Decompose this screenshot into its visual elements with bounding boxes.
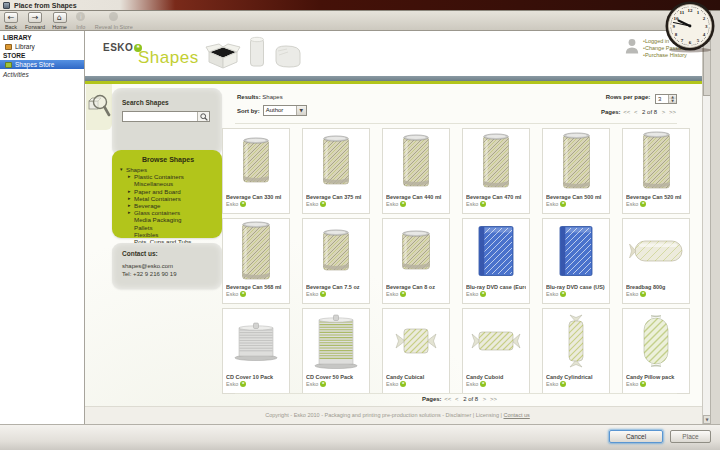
toolbar-button-home[interactable]: ⌂Home: [52, 12, 67, 30]
chevron-down-icon[interactable]: ▼: [296, 106, 306, 115]
product-card-beverage-can-7-5-oz[interactable]: Beverage Can 7.5 ozEsko*: [302, 218, 370, 304]
place-from-shapes-window: Place from Shapes ←Back→Forward⌂HomeiInf…: [0, 0, 720, 450]
place-button[interactable]: Place: [670, 430, 711, 443]
page-first-link[interactable]: <<: [444, 396, 451, 402]
product-author: Esko*: [226, 201, 286, 207]
product-card-blu-ray-dvd-case-european[interactable]: Blu-ray DVD case (EuropeanEsko*: [462, 218, 530, 304]
product-card-beverage-can-500-ml[interactable]: Beverage Can 500 mlEsko*: [542, 128, 610, 214]
product-card-candy-cubical[interactable]: Candy CubicalEsko*: [382, 308, 450, 394]
scrollbar[interactable]: ▲ ▼: [702, 31, 710, 424]
toolbar-button-reveal-in-store[interactable]: Reveal In Store: [95, 12, 133, 30]
rows-per-page-value: 3: [656, 95, 668, 103]
back-icon: ←: [4, 12, 18, 23]
browse-item-beverage[interactable]: ▸Beverage: [120, 202, 216, 209]
page-prev-link[interactable]: <: [455, 396, 459, 402]
page-last-link[interactable]: >>: [669, 109, 676, 115]
results-controls: Rows per page: 3 ▲ ▼ Pages: << < 2 of 8 …: [515, 94, 677, 115]
account-link-change-password[interactable]: Change Password: [643, 45, 690, 52]
search-input[interactable]: [123, 112, 197, 121]
esko-star-icon: *: [320, 201, 326, 207]
product-card-beverage-can-8-oz[interactable]: Beverage Can 8 ozEsko*: [382, 218, 450, 304]
rows-per-page-spinner[interactable]: 3 ▲ ▼: [655, 94, 677, 104]
product-card-beverage-can-520-ml[interactable]: Beverage Can 520 mlEsko*: [622, 128, 690, 214]
window-titlebar[interactable]: Place from Shapes: [0, 0, 720, 11]
browse-item-label: Miscellaneous: [134, 180, 173, 187]
product-author-name: Esko: [626, 201, 638, 207]
product-card-beverage-can-440-ml[interactable]: Beverage Can 440 mlEsko*: [382, 128, 450, 214]
esko-logo-text: ESKO: [103, 42, 133, 53]
browse-item-label: Metal Containers: [134, 195, 181, 202]
product-author-name: Esko: [546, 201, 558, 207]
reveal-in-store-icon: [107, 12, 121, 23]
esko-logo[interactable]: ESKO*: [103, 42, 142, 53]
toolbar-button-back[interactable]: ←Back: [4, 12, 18, 30]
account-link-purchase-history[interactable]: Purchase History: [643, 52, 690, 59]
product-card-beverage-can-330-ml[interactable]: Beverage Can 330 mlEsko*: [222, 128, 290, 214]
account-link-logged-in[interactable]: Logged in: [643, 38, 690, 45]
product-author: Esko*: [386, 291, 446, 297]
browse-item-media-packaging[interactable]: Media Packaging: [120, 216, 216, 223]
cancel-button[interactable]: Cancel: [609, 430, 663, 443]
toolbar-button-label: Reveal In Store: [95, 24, 133, 30]
product-image-can: [306, 129, 366, 193]
browse-item-label: Pallets: [134, 224, 153, 231]
page-last-link[interactable]: >>: [490, 396, 497, 402]
sort-dropdown[interactable]: Author ▼: [263, 105, 307, 116]
spinner-down-icon[interactable]: ▼: [669, 99, 676, 103]
product-author-name: Esko: [386, 201, 398, 207]
bag-icon: [273, 43, 303, 69]
browse-item-plastic-containers[interactable]: ▸Plastic Containers: [120, 173, 216, 180]
browse-item-flexibles[interactable]: Flexibles: [120, 231, 216, 238]
product-image-can: [546, 129, 606, 193]
toolbar-button-info[interactable]: iInfo: [74, 12, 88, 30]
esko-star-icon: *: [640, 291, 646, 297]
browse-item-miscellaneous[interactable]: Miscellaneous: [120, 180, 216, 187]
product-card-beverage-can-375-ml[interactable]: Beverage Can 375 mlEsko*: [302, 128, 370, 214]
esko-star-icon: *: [400, 381, 406, 387]
product-card-cd-cover-10-pack[interactable]: CD Cover 10 PackEsko*: [222, 308, 290, 394]
page-next-link[interactable]: >: [662, 109, 666, 115]
product-author-name: Esko: [466, 201, 478, 207]
browse-item-glass-containers[interactable]: ▸Glass containers: [120, 209, 216, 216]
product-author: Esko*: [226, 291, 286, 297]
product-card-candy-cylindrical[interactable]: Candy CylindricalEsko*: [542, 308, 610, 394]
product-card-beverage-can-568-ml[interactable]: Beverage Can 568 mlEsko*: [222, 218, 290, 304]
esko-star-icon: *: [640, 381, 646, 387]
footer-contact-link[interactable]: Contact us: [503, 412, 529, 418]
product-image-can: [386, 219, 446, 283]
product-image-candy-cubical: [386, 309, 446, 373]
product-author: Esko*: [466, 291, 526, 297]
browse-item-metal-containers[interactable]: ▸Metal Containers: [120, 195, 216, 202]
page-next-link[interactable]: >: [483, 396, 487, 402]
app-icon: [3, 2, 10, 9]
product-image-bluray: [466, 219, 526, 283]
sidebar-item-library[interactable]: Library: [0, 42, 84, 51]
page-first-link[interactable]: <<: [623, 109, 630, 115]
product-card-beverage-can-470-ml[interactable]: Beverage Can 470 mlEsko*: [462, 128, 530, 214]
page-prev-link[interactable]: <: [634, 109, 638, 115]
browse-root-shapes[interactable]: ▾Shapes: [120, 166, 216, 173]
sidebar-activities-label[interactable]: Activities: [0, 69, 84, 78]
search-icon: [200, 113, 208, 121]
search-button[interactable]: [197, 112, 209, 121]
product-card-candy-cuboid[interactable]: Candy CuboidEsko*: [462, 308, 530, 394]
search-panel-title: Search Shapes: [122, 99, 212, 106]
scroll-down-icon[interactable]: ▼: [703, 415, 710, 424]
toolbar-button-forward[interactable]: →Forward: [25, 12, 45, 30]
product-name: Beverage Can 440 ml: [386, 194, 446, 200]
scroll-up-icon[interactable]: ▲: [703, 31, 710, 40]
sidebar-item-shapes-store[interactable]: Shapes Store: [0, 60, 84, 69]
scrollbar-thumb[interactable]: [703, 41, 710, 96]
esko-star-icon: *: [240, 381, 246, 387]
browse-item-paper-and-board[interactable]: ▸Paper and Board: [120, 188, 216, 195]
product-card-candy-pillow-pack[interactable]: Candy Pillow packEsko*: [622, 308, 690, 394]
product-card-blu-ray-dvd-case-us[interactable]: Blu-ray DVD case (US)Esko*: [542, 218, 610, 304]
browse-item-label: Beverage: [134, 202, 161, 209]
product-card-cd-cover-50-pack[interactable]: CD Cover 50 PackEsko*: [302, 308, 370, 394]
product-card-breadbag-800g[interactable]: Breadbag 800gEsko*: [622, 218, 690, 304]
browse-item-pallets[interactable]: Pallets: [120, 224, 216, 231]
product-author: Esko*: [386, 201, 446, 207]
product-image-can: [466, 129, 526, 193]
product-image-can: [306, 219, 366, 283]
browse-panel-title: Browse Shapes: [120, 156, 216, 163]
